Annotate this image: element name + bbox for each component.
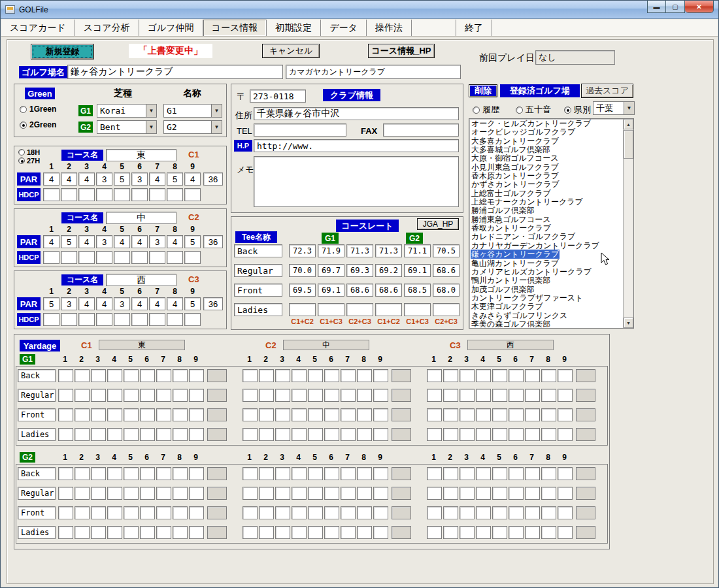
yardage-cell[interactable] xyxy=(189,369,204,382)
rate-cell[interactable]: 70.0 xyxy=(289,264,316,277)
yardage-cell[interactable] xyxy=(275,408,290,421)
golf-club-item[interactable]: オークビレッジゴルフクラブ xyxy=(471,128,622,137)
filter-option[interactable]: 履歴 xyxy=(473,104,499,116)
yardage-cell[interactable] xyxy=(259,506,274,519)
delete-button[interactable]: 削除 xyxy=(469,84,497,97)
radio-icon[interactable] xyxy=(18,157,25,164)
scroll-up-icon[interactable]: ▲ xyxy=(624,119,633,129)
yardage-cell[interactable] xyxy=(357,487,372,500)
yardage-cell[interactable] xyxy=(558,506,573,519)
yardage-cell[interactable] xyxy=(373,467,388,480)
hdcp-cell[interactable] xyxy=(167,188,183,201)
yardage-cell[interactable] xyxy=(173,389,188,402)
yardage-cell[interactable] xyxy=(156,467,171,480)
yardage-cell[interactable] xyxy=(189,467,204,480)
yardage-cell[interactable] xyxy=(541,428,556,441)
rate-cell[interactable]: 69.5 xyxy=(289,284,316,297)
yardage-cell[interactable] xyxy=(558,389,573,402)
yardage-cell[interactable] xyxy=(509,408,524,421)
par-cell[interactable]: 3 xyxy=(149,235,165,248)
yardage-cell[interactable] xyxy=(173,369,188,382)
green-name-select[interactable]: G2▼ xyxy=(163,120,222,134)
yardage-cell[interactable] xyxy=(124,389,139,402)
par-cell[interactable]: 3 xyxy=(131,172,148,186)
rate-cell[interactable]: 71.9 xyxy=(318,244,344,257)
par-cell[interactable]: 4 xyxy=(78,172,95,186)
rate-cell[interactable]: 68.6 xyxy=(375,284,402,297)
yardage-cell[interactable] xyxy=(58,506,73,519)
yardage-cell[interactable] xyxy=(275,487,290,500)
yardage-cell[interactable] xyxy=(259,526,274,539)
yardage-cell[interactable] xyxy=(509,467,524,480)
rate-tee-field[interactable]: Ladies xyxy=(234,303,282,316)
course-name-kanji-input[interactable]: 鎌ヶ谷カントリークラブ xyxy=(67,65,283,79)
par-cell[interactable]: 3 xyxy=(61,297,77,310)
yardage-cell[interactable] xyxy=(275,389,290,402)
yardage-cell[interactable] xyxy=(189,506,204,519)
yardage-cell[interactable] xyxy=(443,526,458,539)
yardage-cell[interactable] xyxy=(357,408,372,421)
hdcp-cell[interactable] xyxy=(131,188,148,201)
yardage-cell[interactable] xyxy=(525,369,540,382)
hdcp-cell[interactable] xyxy=(96,251,112,264)
hdcp-cell[interactable] xyxy=(114,251,130,264)
dropdown-arrow-icon[interactable]: ▼ xyxy=(624,102,634,114)
par-cell[interactable]: 5 xyxy=(61,235,77,248)
golf-club-item[interactable]: 上総モナークカントリークラブ xyxy=(471,198,622,206)
yardage-cell[interactable] xyxy=(324,526,339,539)
yardage-cell[interactable] xyxy=(124,487,139,500)
yardage-cell[interactable] xyxy=(541,369,556,382)
yardage-cell[interactable] xyxy=(541,467,556,480)
yardage-cell[interactable] xyxy=(91,389,106,402)
yardage-cell[interactable] xyxy=(492,487,507,500)
yardage-cell[interactable] xyxy=(91,467,106,480)
yardage-cell[interactable] xyxy=(427,428,442,441)
yardage-cell[interactable] xyxy=(541,408,556,421)
yardage-cell[interactable] xyxy=(509,526,524,539)
hdcp-cell[interactable] xyxy=(43,313,59,326)
yardage-cell[interactable] xyxy=(525,408,540,421)
yardage-cell[interactable] xyxy=(156,389,171,402)
hdcp-cell[interactable] xyxy=(96,313,112,326)
dropdown-arrow-icon[interactable]: ▼ xyxy=(211,105,222,117)
yardage-cell[interactable] xyxy=(373,428,388,441)
yardage-cell[interactable] xyxy=(373,526,388,539)
yardage-cell[interactable] xyxy=(292,369,307,382)
yardage-cell[interactable] xyxy=(275,467,290,480)
par-cell[interactable]: 4 xyxy=(114,235,130,248)
golf-club-item[interactable]: 大多喜城ゴルフ倶楽部 xyxy=(471,146,622,154)
yardage-cell[interactable] xyxy=(58,389,73,402)
rate-cell[interactable]: 69.1 xyxy=(404,264,431,277)
yardage-cell[interactable] xyxy=(525,389,540,402)
yardage-cell[interactable] xyxy=(242,506,258,519)
hdcp-cell[interactable] xyxy=(78,188,95,201)
rate-cell[interactable]: 71.3 xyxy=(346,244,373,257)
golf-club-item[interactable]: きみさらずゴルフリンクス xyxy=(471,312,622,320)
course-name-field[interactable]: 東 xyxy=(106,149,176,161)
yardage-cell[interactable] xyxy=(58,467,73,480)
hdcp-cell[interactable] xyxy=(114,313,130,326)
menu-item[interactable]: ゴルフ仲間 xyxy=(139,20,203,36)
dropdown-arrow-icon[interactable]: ▼ xyxy=(146,105,156,117)
rate-cell[interactable]: 71.3 xyxy=(375,244,402,257)
yardage-cell[interactable] xyxy=(341,369,356,382)
golf-club-item[interactable]: かずさカントリークラブ xyxy=(471,180,622,189)
yardage-cell[interactable] xyxy=(476,369,491,382)
yardage-cell[interactable] xyxy=(509,428,524,441)
rate-cell[interactable]: 68.6 xyxy=(346,284,373,297)
yardage-cell[interactable] xyxy=(492,467,507,480)
hdcp-cell[interactable] xyxy=(43,188,59,201)
radio-icon[interactable] xyxy=(18,149,25,155)
yardage-cell[interactable] xyxy=(460,389,475,402)
yardage-cell[interactable] xyxy=(259,389,274,402)
yardage-cell[interactable] xyxy=(259,369,274,382)
yardage-cell[interactable] xyxy=(275,369,290,382)
yardage-cell[interactable] xyxy=(460,408,475,421)
rate-cell[interactable]: 68.6 xyxy=(433,264,460,277)
yardage-cell[interactable] xyxy=(460,506,475,519)
rate-cell[interactable]: 69.7 xyxy=(318,264,344,277)
yardage-cell[interactable] xyxy=(308,487,323,500)
par-cell[interactable]: 4 xyxy=(131,235,148,248)
golf-club-item[interactable]: カナリヤガーデンカントリークラブ xyxy=(471,242,622,250)
rate-cell[interactable]: 68.5 xyxy=(404,284,431,297)
